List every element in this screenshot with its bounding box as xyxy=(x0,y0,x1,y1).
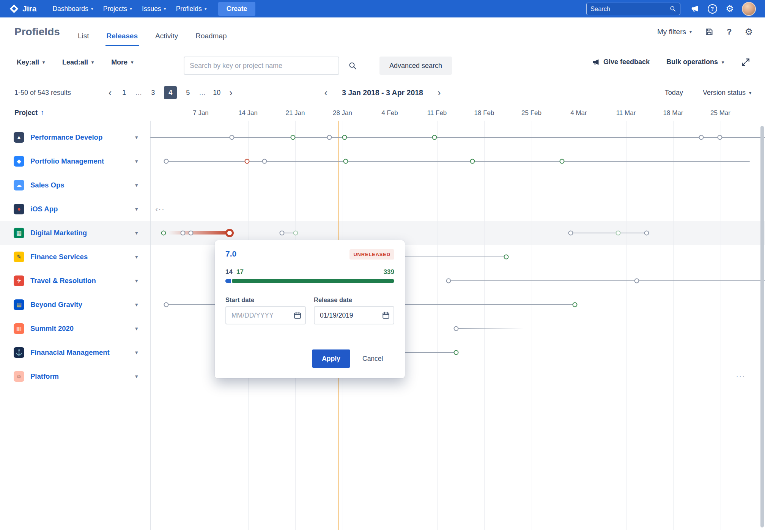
release-marker[interactable] xyxy=(432,135,437,140)
calendar-icon[interactable] xyxy=(382,311,390,320)
release-marker[interactable] xyxy=(327,135,332,140)
chevron-down-icon[interactable]: ▾ xyxy=(135,277,138,284)
chevron-down-icon[interactable]: ▾ xyxy=(135,230,138,236)
settings-button[interactable]: ⚙ xyxy=(722,1,737,16)
release-marker[interactable] xyxy=(164,159,169,164)
nav-item-issues[interactable]: Issues▾ xyxy=(137,2,171,16)
release-marker[interactable] xyxy=(245,159,250,164)
release-marker[interactable] xyxy=(470,159,475,164)
vertical-scrollbar[interactable] xyxy=(760,126,764,527)
project-name: iOS App xyxy=(30,205,58,213)
release-marker[interactable] xyxy=(634,278,639,283)
date-header-row: 7 Jan14 Jan21 Jan28 Jan4 Feb11 Feb18 Feb… xyxy=(0,109,765,118)
nav-item-label: Projects xyxy=(103,5,127,13)
collapsed-releases[interactable]: ‹·· xyxy=(156,205,165,213)
chevron-down-icon[interactable]: ▾ xyxy=(135,134,138,141)
release-marker[interactable] xyxy=(181,230,186,235)
project-item-travel-resolution[interactable]: ✈Travel & Resolution▾ xyxy=(0,269,150,293)
chevron-down-icon[interactable]: ▾ xyxy=(135,349,138,356)
version-link[interactable]: 7.0 xyxy=(225,249,236,258)
count-mid: 17 xyxy=(236,268,244,276)
release-marker[interactable] xyxy=(230,135,235,140)
jira-logo-text: Jira xyxy=(22,4,36,13)
release-marker[interactable] xyxy=(718,135,722,140)
status-badge: UNRELEASED xyxy=(349,249,394,260)
nav-menu: Dashboards▾Projects▾Issues▾Profields▾ xyxy=(48,2,211,16)
person-icon: ☺ xyxy=(14,371,24,382)
help-button[interactable]: ? xyxy=(705,1,720,16)
project-item-performance-develop[interactable]: ▲Performance Develop▾ xyxy=(0,125,150,149)
release-marker[interactable] xyxy=(699,135,704,140)
release-marker[interactable] xyxy=(280,230,285,235)
release-line xyxy=(456,328,524,329)
release-duration-bar xyxy=(168,231,230,235)
release-marker[interactable] xyxy=(504,254,509,259)
release-marker[interactable] xyxy=(291,135,296,140)
global-search[interactable] xyxy=(586,3,680,15)
create-button[interactable]: Create xyxy=(218,2,255,16)
project-item-finance-services[interactable]: ✎Finance Services▾ xyxy=(0,245,150,269)
project-item-ios-app[interactable]: ●iOS App▾ xyxy=(0,197,150,221)
chevron-down-icon[interactable]: ▾ xyxy=(135,182,138,189)
progress-segment-blue xyxy=(225,279,231,283)
project-icon-glyph: ▥ xyxy=(16,326,22,331)
project-item-sales-ops[interactable]: ☁Sales Ops▾ xyxy=(0,173,150,197)
nav-item-dashboards[interactable]: Dashboards▾ xyxy=(48,2,98,16)
chevron-down-icon: ▾ xyxy=(205,6,207,11)
apple-icon: ● xyxy=(14,204,24,214)
date-label-7-jan: 7 Jan xyxy=(193,109,209,117)
project-item-beyond-gravity[interactable]: ▤Beyond Gravity▾ xyxy=(0,293,150,316)
release-popup: 7.0 UNRELEASED 14 17 339 Start date Rele… xyxy=(215,240,405,378)
project-item-digital-marketing[interactable]: ▦Digital Marketing▾ xyxy=(0,221,150,245)
chevron-down-icon[interactable]: ▾ xyxy=(135,206,138,212)
release-line xyxy=(150,137,765,138)
release-line xyxy=(571,233,647,233)
project-icon-glyph: ☁ xyxy=(16,182,22,188)
release-marker[interactable] xyxy=(446,278,451,283)
project-icon-glyph: ▤ xyxy=(16,302,22,307)
nav-item-projects[interactable]: Projects▾ xyxy=(99,2,137,16)
release-marker[interactable] xyxy=(454,326,459,331)
project-item-finanacial-management[interactable]: ⚓Finanacial Management▾ xyxy=(0,340,150,364)
release-date-label: Release date xyxy=(314,296,352,304)
calendar-icon[interactable] xyxy=(293,311,302,320)
count-total: 339 xyxy=(384,268,394,276)
release-marker[interactable] xyxy=(342,135,347,140)
project-icon-glyph: ◆ xyxy=(17,158,21,164)
release-marker[interactable] xyxy=(568,230,573,235)
release-marker[interactable] xyxy=(161,230,166,235)
cancel-button[interactable]: Cancel xyxy=(359,349,387,368)
release-marker[interactable] xyxy=(454,350,459,355)
user-avatar[interactable] xyxy=(742,2,756,16)
release-marker[interactable] xyxy=(343,159,348,164)
release-marker[interactable] xyxy=(293,230,298,235)
release-marker[interactable] xyxy=(560,159,565,164)
start-date-field xyxy=(225,306,306,324)
date-label-11-feb: 11 Feb xyxy=(427,109,447,117)
release-line xyxy=(449,280,765,281)
release-marker[interactable] xyxy=(573,302,578,307)
date-label-18-feb: 18 Feb xyxy=(474,109,494,117)
project-item-platform[interactable]: ☺Platform▾ xyxy=(0,364,150,388)
date-label-4-mar: 4 Mar xyxy=(570,109,587,117)
project-name: Finanacial Management xyxy=(30,348,110,357)
collapsed-releases[interactable]: ··· xyxy=(736,372,746,381)
chevron-down-icon[interactable]: ▾ xyxy=(135,325,138,332)
release-marker[interactable] xyxy=(225,229,234,237)
release-marker[interactable] xyxy=(262,159,267,164)
jira-logo[interactable]: Jira xyxy=(9,4,36,14)
release-marker[interactable] xyxy=(644,230,649,235)
release-marker[interactable] xyxy=(189,230,194,235)
release-marker[interactable] xyxy=(164,302,169,307)
chevron-down-icon[interactable]: ▾ xyxy=(135,158,138,165)
release-marker[interactable] xyxy=(616,230,621,235)
chevron-down-icon[interactable]: ▾ xyxy=(135,373,138,380)
project-item-summit-2020[interactable]: ▥Summit 2020▾ xyxy=(0,316,150,340)
chevron-down-icon[interactable]: ▾ xyxy=(135,301,138,308)
nav-item-profields[interactable]: Profields▾ xyxy=(172,2,211,16)
announcements-button[interactable] xyxy=(687,1,702,16)
project-item-portfolio-management[interactable]: ◆Portfolio Management▾ xyxy=(0,149,150,173)
global-search-input[interactable] xyxy=(590,5,666,13)
apply-button[interactable]: Apply xyxy=(312,349,350,368)
chevron-down-icon[interactable]: ▾ xyxy=(135,253,138,260)
